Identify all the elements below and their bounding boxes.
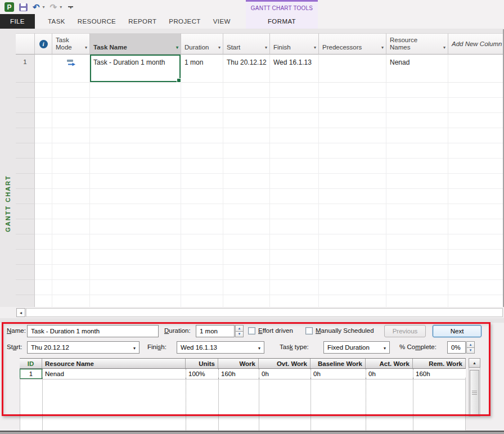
empty-cell[interactable]	[270, 234, 319, 250]
empty-cell[interactable]	[319, 219, 386, 234]
rg-header-resource-name[interactable]: Resource Name	[42, 359, 186, 368]
undo-icon[interactable]: ↶	[33, 3, 40, 11]
rg-cell-resource-name[interactable]: Nenad	[42, 369, 186, 379]
empty-cell[interactable]	[52, 98, 90, 113]
empty-cell[interactable]	[52, 189, 90, 204]
redo-dropdown-icon[interactable]: ▾	[60, 4, 62, 10]
empty-cell[interactable]	[448, 189, 504, 204]
empty-cell[interactable]	[52, 128, 90, 143]
empty-task-row[interactable]	[16, 113, 504, 128]
empty-cell[interactable]	[181, 250, 223, 265]
empty-cell[interactable]	[386, 265, 448, 280]
empty-cell[interactable]	[35, 280, 52, 295]
empty-cell[interactable]	[16, 128, 35, 143]
fill-handle[interactable]	[177, 78, 181, 83]
empty-cell[interactable]	[448, 174, 504, 189]
row-number-cell[interactable]: 1	[16, 55, 35, 83]
empty-cell[interactable]	[270, 174, 319, 189]
empty-cell[interactable]	[35, 98, 52, 113]
empty-cell[interactable]	[448, 159, 504, 174]
empty-cell[interactable]	[223, 234, 270, 250]
empty-cell[interactable]	[35, 219, 52, 234]
tab-resource[interactable]: RESOURCE	[71, 14, 122, 29]
task-name-cell-selected[interactable]: Task - Duration 1 month	[90, 55, 181, 83]
empty-cell[interactable]	[90, 83, 181, 98]
empty-cell[interactable]	[181, 219, 223, 234]
column-header-predecessors[interactable]: Predecessors ▾	[319, 33, 386, 55]
empty-cell[interactable]	[181, 159, 223, 174]
empty-cell[interactable]	[16, 250, 35, 265]
rg-header-work[interactable]: Work	[218, 359, 259, 368]
customize-quick-access-icon[interactable]: ▾	[68, 6, 73, 8]
empty-cell[interactable]	[270, 189, 319, 204]
info-column-header[interactable]: i	[35, 33, 52, 55]
empty-cell[interactable]	[52, 234, 90, 250]
rg-header-act-work[interactable]: Act. Work	[366, 359, 413, 368]
empty-cell[interactable]	[386, 128, 448, 143]
effort-driven-checkbox[interactable]	[248, 327, 255, 334]
empty-cell[interactable]	[386, 174, 448, 189]
empty-cell[interactable]	[181, 204, 223, 219]
empty-cell[interactable]	[181, 295, 223, 307]
empty-cell[interactable]	[52, 204, 90, 219]
rg-cell-work[interactable]: 160h	[218, 369, 259, 379]
project-app-icon[interactable]: P	[4, 2, 14, 12]
empty-cell[interactable]	[448, 234, 504, 250]
rg-cell-id[interactable]: 1	[20, 369, 42, 379]
empty-cell[interactable]	[223, 98, 270, 113]
empty-cell[interactable]	[16, 219, 35, 234]
empty-cell[interactable]	[270, 113, 319, 128]
empty-cell[interactable]	[270, 159, 319, 174]
empty-cell[interactable]	[223, 295, 270, 307]
task-type-combobox[interactable]: Fixed Duration ▾	[323, 341, 390, 354]
empty-cell[interactable]	[90, 280, 181, 295]
empty-cell[interactable]	[35, 295, 52, 307]
empty-cell[interactable]	[16, 143, 35, 159]
empty-cell[interactable]	[386, 159, 448, 174]
empty-cell[interactable]	[90, 250, 181, 265]
rg-header-units[interactable]: Units	[186, 359, 218, 368]
empty-cell[interactable]	[16, 83, 35, 98]
empty-cell[interactable]	[270, 128, 319, 143]
rg-cell-rem-work[interactable]: 160h	[413, 369, 466, 379]
undo-dropdown-icon[interactable]: ▾	[43, 4, 45, 10]
column-header-add-new-column[interactable]: Add New Column	[448, 33, 504, 55]
empty-cell[interactable]	[319, 234, 386, 250]
empty-task-row[interactable]	[16, 159, 504, 174]
tab-project[interactable]: PROJECT	[163, 14, 206, 29]
column-header-finish[interactable]: Finish ▾	[270, 33, 319, 55]
empty-cell[interactable]	[16, 204, 35, 219]
empty-cell[interactable]	[16, 295, 35, 307]
empty-cell[interactable]	[319, 128, 386, 143]
empty-cell[interactable]	[35, 250, 52, 265]
column-header-resource-names[interactable]: Resource Names ▾	[386, 33, 448, 55]
empty-cell[interactable]	[448, 280, 504, 295]
empty-cell[interactable]	[90, 174, 181, 189]
empty-cell[interactable]	[52, 265, 90, 280]
empty-cell[interactable]	[448, 83, 504, 98]
empty-cell[interactable]	[319, 250, 386, 265]
empty-cell[interactable]	[448, 128, 504, 143]
empty-cell[interactable]	[52, 280, 90, 295]
empty-cell[interactable]	[270, 250, 319, 265]
empty-task-row[interactable]	[16, 295, 504, 307]
empty-cell[interactable]	[223, 83, 270, 98]
empty-cell[interactable]	[90, 234, 181, 250]
empty-cell[interactable]	[90, 295, 181, 307]
rg-header-rem-work[interactable]: Rem. Work	[413, 359, 466, 368]
empty-cell[interactable]	[52, 174, 90, 189]
empty-cell[interactable]	[270, 280, 319, 295]
horizontal-scrollbar-track[interactable]	[26, 308, 503, 317]
empty-cell[interactable]	[35, 159, 52, 174]
empty-task-row[interactable]	[16, 98, 504, 113]
empty-cell[interactable]	[90, 113, 181, 128]
empty-cell[interactable]	[386, 189, 448, 204]
empty-cell[interactable]	[181, 98, 223, 113]
empty-cell[interactable]	[319, 113, 386, 128]
empty-cell[interactable]	[90, 219, 181, 234]
empty-cell[interactable]	[35, 234, 52, 250]
column-header-task-name[interactable]: Task Name ▾	[90, 33, 181, 55]
empty-cell[interactable]	[448, 295, 504, 307]
empty-cell[interactable]	[386, 280, 448, 295]
empty-cell[interactable]	[90, 265, 181, 280]
